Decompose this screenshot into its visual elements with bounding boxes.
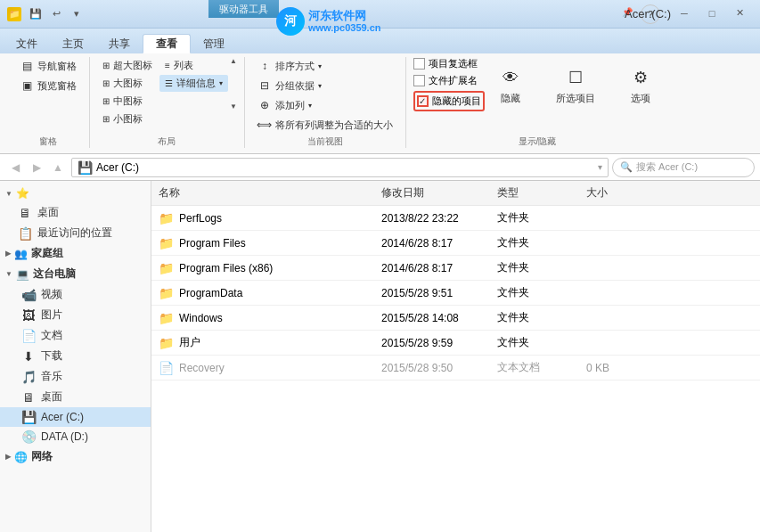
file-name-perflogs: 📁 PerfLogs <box>151 209 374 227</box>
options-btn[interactable]: ⚙ 选项 <box>620 59 661 110</box>
item-checkbox-toggle[interactable]: 项目复选框 <box>413 57 485 70</box>
preview-pane-btn[interactable]: ▣ 预览窗格 <box>14 77 82 94</box>
file-ext-toggle[interactable]: 文件扩展名 <box>413 74 485 87</box>
drive-d-icon: 💿 <box>21 430 36 444</box>
sidebar-item-desktop2[interactable]: 🖥 桌面 <box>0 387 151 407</box>
col-header-type[interactable]: 类型 <box>490 184 579 202</box>
group-icon: ⊟ <box>257 78 272 93</box>
file-size-programfilesx86 <box>579 266 650 270</box>
ribbon: 文件 主页 共享 查看 管理 ▤ 导航窗格 ▣ 预览窗格 窗格 <box>0 29 760 154</box>
detail-view-btn[interactable]: ☰ 详细信息 ▾ <box>159 75 228 92</box>
pictures-icon: 🖼 <box>21 308 36 323</box>
file-type-recovery: 文本文档 <box>490 358 579 377</box>
sidebar-item-pictures[interactable]: 🖼 图片 <box>0 305 151 325</box>
tab-file[interactable]: 文件 <box>4 34 50 53</box>
medium-icon-symbol: ⊞ <box>102 96 110 106</box>
file-name-windows: 📁 Windows <box>151 309 374 327</box>
sidebar-item-acer-c[interactable]: 💾 Acer (C:) <box>0 407 151 427</box>
up-button[interactable]: ▲ <box>48 158 68 177</box>
ribbon-group-current-view: ↕ 排序方式 ▾ ⊟ 分组依据 ▾ ⊕ 添加列 ▾ <box>245 57 406 148</box>
sidebar-section-homegroup[interactable]: ▶ 👥 家庭组 <box>0 243 151 264</box>
qa-undo-btn[interactable]: ↩ <box>47 5 65 23</box>
folder-icon-programdata: 📁 <box>159 286 174 300</box>
layout-scroll-up[interactable]: ▲ <box>230 57 237 65</box>
file-date-programfiles: 2014/6/28 8:17 <box>374 235 490 251</box>
back-button[interactable]: ◀ <box>5 158 25 177</box>
documents-icon: 📄 <box>21 329 36 343</box>
col-header-size[interactable]: 大小 <box>579 184 650 202</box>
qa-dropdown-btn[interactable]: ▾ <box>68 5 86 23</box>
file-row-perflogs[interactable]: 📁 PerfLogs 2013/8/22 23:22 文件夹 <box>151 206 760 231</box>
sidebar: ▼ ⭐ 🖥 桌面 📋 最近访问的位置 ▶ 👥 家庭组 ▼ 💻 这台电脑 📹 视频… <box>0 181 151 532</box>
hidden-items-toggle[interactable]: ✓ 隐藏的项目 <box>413 91 485 111</box>
hide-btn[interactable]: 👁 隐藏 <box>490 59 531 110</box>
tab-view[interactable]: 查看 <box>143 34 191 53</box>
file-type-programdata: 文件夹 <box>490 283 579 302</box>
sidebar-item-documents[interactable]: 📄 文档 <box>0 325 151 346</box>
watermark-logo: 河 <box>276 7 305 36</box>
file-date-programdata: 2015/5/28 9:51 <box>374 285 490 301</box>
small-icon-btn[interactable]: ⊞ 小图标 <box>97 110 158 127</box>
nav-pane-btn[interactable]: ▤ 导航窗格 <box>14 57 82 75</box>
sidebar-item-music[interactable]: 🎵 音乐 <box>0 366 151 387</box>
file-type-users: 文件夹 <box>490 333 579 352</box>
search-bar[interactable]: 🔍 搜索 Acer (C:) <box>612 158 755 177</box>
file-row-programdata[interactable]: 📁 ProgramData 2015/5/28 9:51 文件夹 <box>151 281 760 306</box>
file-date-perflogs: 2013/8/22 23:22 <box>374 210 490 226</box>
file-row-programfiles[interactable]: 📁 Program Files 2014/6/28 8:17 文件夹 <box>151 231 760 256</box>
desktop2-icon: 🖥 <box>21 390 36 405</box>
file-size-windows <box>579 316 650 320</box>
large-icon-btn[interactable]: ⊞ 大图标 <box>97 75 158 92</box>
options-label: 选项 <box>631 92 650 105</box>
desktop-icon: 🖥 <box>18 206 32 220</box>
selected-items-label: 所选项目 <box>556 92 595 105</box>
address-drive-icon: 💾 <box>78 160 93 175</box>
sidebar-item-desktop[interactable]: 🖥 桌面 <box>0 202 151 223</box>
selected-items-btn[interactable]: ☐ 所选项目 <box>550 59 601 110</box>
sort-by-btn[interactable]: ↕ 排序方式 ▾ <box>252 57 398 75</box>
drive-c-icon: 💾 <box>21 410 36 424</box>
extra-large-icon-label: ⊞ <box>102 61 110 70</box>
sidebar-item-downloads[interactable]: ⬇ 下载 <box>0 346 151 366</box>
close-button[interactable]: ✕ <box>726 4 753 22</box>
forward-button[interactable]: ▶ <box>27 158 46 177</box>
tab-manage[interactable]: 管理 <box>191 34 237 53</box>
driver-tools-tab[interactable]: 驱动器工具 <box>208 0 279 18</box>
qa-save-btn[interactable]: 💾 <box>27 5 45 23</box>
search-icon: 🔍 <box>620 161 633 173</box>
small-icon-symbol: ⊞ <box>102 114 110 124</box>
address-bar[interactable]: 💾 Acer (C:) ▾ <box>71 158 609 177</box>
col-header-name[interactable]: 名称 <box>151 184 374 202</box>
file-row-programfilesx86[interactable]: 📁 Program Files (x86) 2014/6/28 8:17 文件夹 <box>151 256 760 281</box>
layout-scroll-down[interactable]: ▼ <box>230 102 237 110</box>
file-size-programfiles <box>579 241 650 245</box>
minimize-button[interactable]: ─ <box>671 4 698 22</box>
tab-share[interactable]: 共享 <box>96 34 143 53</box>
ribbon-group-layout: ⊞ 超大图标 ⊞ 大图标 ⊞ 中图标 ⊞ 小图标 <box>90 57 245 148</box>
selected-items-icon: ☐ <box>561 63 590 92</box>
fit-cols-btn[interactable]: ⟺ 将所有列调整为合适的大小 <box>252 116 398 134</box>
address-dropdown[interactable]: ▾ <box>598 162 602 172</box>
file-row-users[interactable]: 📁 用户 2015/5/28 9:59 文件夹 <box>151 331 760 356</box>
file-row-windows[interactable]: 📁 Windows 2015/5/28 14:08 文件夹 <box>151 306 760 331</box>
options-icon: ⚙ <box>626 63 655 92</box>
tab-home[interactable]: 主页 <box>50 34 96 53</box>
col-header-date[interactable]: 修改日期 <box>374 184 490 202</box>
sidebar-section-network[interactable]: ▶ 🌐 网络 <box>0 446 151 467</box>
extra-large-icon-btn[interactable]: ⊞ 超大图标 <box>97 57 158 74</box>
sidebar-item-videos[interactable]: 📹 视频 <box>0 284 151 305</box>
medium-icon-btn[interactable]: ⊞ 中图标 <box>97 93 158 110</box>
file-name-programdata: 📁 ProgramData <box>151 284 374 302</box>
sidebar-section-quick[interactable]: ▼ ⭐ <box>0 184 151 202</box>
maximize-button[interactable]: □ <box>699 4 725 22</box>
file-row-recovery[interactable]: 📄 Recovery 2015/5/28 9:50 文本文档 0 KB <box>151 356 760 381</box>
sidebar-item-data-d[interactable]: 💿 DATA (D:) <box>0 427 151 446</box>
group-by-btn[interactable]: ⊟ 分组依据 ▾ <box>252 77 398 94</box>
item-checkbox-box <box>413 58 425 70</box>
search-placeholder: 搜索 Acer (C:) <box>636 160 698 174</box>
add-col-btn[interactable]: ⊕ 添加列 ▾ <box>252 96 398 114</box>
panes-label: 窗格 <box>14 135 82 148</box>
sidebar-section-computer[interactable]: ▼ 💻 这台电脑 <box>0 264 151 284</box>
sidebar-item-recent[interactable]: 📋 最近访问的位置 <box>0 223 151 243</box>
list-view-btn[interactable]: ≡ 列表 <box>159 57 228 74</box>
